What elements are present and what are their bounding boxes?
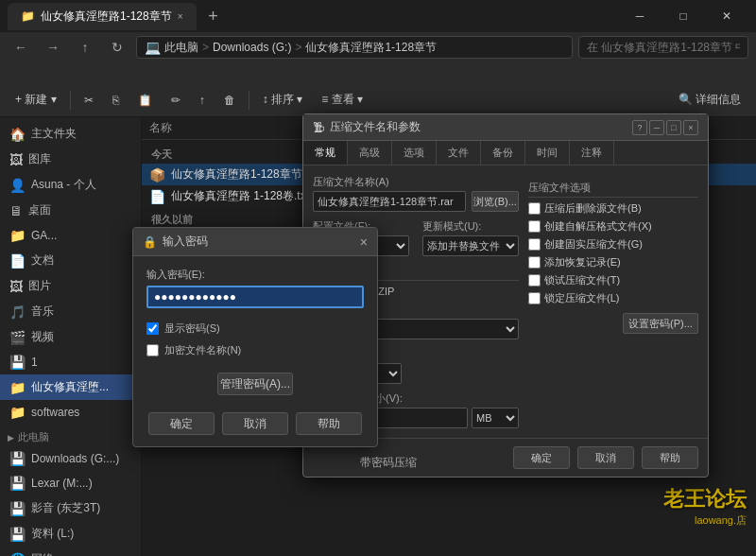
rar-help-btn[interactable]: ?: [632, 120, 647, 135]
option-recovery[interactable]: 添加恢复记录(E): [528, 255, 698, 269]
up-btn[interactable]: ↑: [72, 34, 98, 61]
sidebar-item-videos[interactable]: 🎬 视频: [0, 324, 141, 350]
desktop-icon: 🖥: [9, 203, 23, 218]
gallery-icon: 🖼: [9, 152, 23, 167]
password-input[interactable]: [146, 286, 364, 308]
tab-advanced[interactable]: 高级: [348, 141, 392, 165]
rar-title-text: 压缩文件名和参数: [330, 119, 421, 135]
sidebar-item-desktop[interactable]: 🖥 桌面: [0, 198, 141, 223]
person-icon: 👤: [9, 178, 26, 193]
rar-tabs: 常规 高级 选项 文件 备份 时间 注释: [303, 141, 708, 165]
rename-button[interactable]: ✏: [163, 90, 188, 111]
check-solid[interactable]: [528, 238, 541, 251]
option-sfx[interactable]: 创建自解压格式文件(X): [528, 219, 698, 234]
home-icon: 🏠: [9, 127, 26, 142]
toolbar: + 新建 ▾ ✂ ⎘ 📋 ✏ ↑ 🗑 ↕ 排序 ▾ ≡ 查看 ▾ 🔍 详细信息: [0, 83, 756, 117]
sidebar-item-ga[interactable]: 📁 GA...: [0, 223, 141, 248]
tab-comment[interactable]: 注释: [570, 141, 614, 165]
share-icon: ↑: [199, 94, 205, 107]
sidebar-item-home[interactable]: 🏠 主文件夹: [0, 121, 141, 147]
sidebar-item-docs[interactable]: 📄 文档: [0, 248, 141, 273]
search-input[interactable]: [578, 36, 748, 59]
address-bar: ← → ↑ ↻ 💻 此电脑 > Downloads (G:) > 仙女修真淫堕路…: [0, 32, 756, 62]
new-tab-btn[interactable]: +: [200, 3, 227, 29]
check-sfx[interactable]: [528, 220, 541, 233]
sidebar-item-personal[interactable]: 👤 Asuna - 个人: [0, 172, 141, 198]
delete-button[interactable]: 🗑: [216, 90, 243, 111]
manage-password-btn[interactable]: 管理密码(A)...: [217, 373, 293, 395]
back-btn[interactable]: ←: [8, 34, 34, 61]
tab-time[interactable]: 时间: [525, 141, 570, 165]
sidebar-item-music[interactable]: 🎵 音乐: [0, 299, 141, 324]
rar-max-btn[interactable]: □: [666, 120, 681, 135]
active-tab[interactable]: 📁 仙女修真淫堕路1-128章节 ×: [8, 3, 197, 30]
close-btn[interactable]: ✕: [705, 0, 748, 32]
softwares-icon: 📁: [9, 405, 26, 420]
share-button[interactable]: ↑: [192, 90, 213, 111]
check-test[interactable]: [528, 274, 541, 287]
tab-options[interactable]: 选项: [392, 141, 437, 165]
sidebar-item-xiannu[interactable]: 📁 仙女修真淫堕...: [0, 374, 141, 400]
tab-general[interactable]: 常规: [303, 141, 348, 165]
password-help-btn[interactable]: 帮助: [296, 412, 362, 435]
mode-select[interactable]: 添加并替换文件: [422, 235, 519, 256]
cut-button[interactable]: ✂: [77, 90, 101, 111]
option-delete-text: 压缩后删除源文件(B): [544, 201, 642, 216]
sidebar-item-ziliao[interactable]: 💾 资料 (L:): [0, 521, 141, 547]
refresh-btn[interactable]: ↻: [104, 34, 130, 61]
rar-help-footer-btn[interactable]: 帮助: [642, 446, 698, 469]
option-recovery-text: 添加恢复记录(E): [544, 255, 621, 269]
sidebar-item-lexar[interactable]: 💾 Lexar (M:...): [0, 471, 141, 495]
sidebar-item-downloads[interactable]: 💾 Downloads (G:...): [0, 446, 141, 471]
password-close-btn[interactable]: ×: [360, 235, 368, 250]
rar-close-btn[interactable]: ×: [683, 120, 698, 135]
address-path[interactable]: 💻 此电脑 > Downloads (G:) > 仙女修真淫堕路1-128章节: [136, 36, 573, 59]
sidebar-lexar-label: Lexar (M:...): [31, 477, 93, 490]
browse-btn[interactable]: 浏览(B)...: [472, 191, 519, 212]
sidebar-personal-label: Asuna - 个人: [31, 177, 96, 193]
sidebar-item-1[interactable]: 💾 1: [0, 350, 141, 374]
sidebar-item-yinyin[interactable]: 💾 影音 (东芝3T): [0, 495, 141, 521]
rar-cancel-btn[interactable]: 取消: [577, 446, 634, 469]
set-password-btn[interactable]: 设置密码(P)...: [623, 313, 698, 334]
encrypt-filename-checkbox[interactable]: [146, 344, 159, 356]
paste-button[interactable]: 📋: [130, 90, 160, 111]
password-ok-btn[interactable]: 确定: [148, 412, 215, 435]
sort-button[interactable]: ↕ 排序 ▾: [255, 88, 311, 112]
new-button[interactable]: + 新建 ▾: [8, 88, 64, 112]
option-test[interactable]: 锁试压缩文件(T): [528, 273, 698, 287]
check-delete[interactable]: [528, 202, 541, 215]
option-delete[interactable]: 压缩后删除源文件(B): [528, 201, 698, 216]
rar-ok-btn[interactable]: 确定: [513, 446, 570, 469]
tab-close-btn[interactable]: ×: [178, 11, 183, 22]
show-password-row: 显示密码(S): [146, 321, 364, 336]
tab-backup[interactable]: 备份: [481, 141, 525, 165]
filename-label: 压缩文件名称(A): [313, 175, 519, 189]
option-solid[interactable]: 创建固实压缩文件(G): [528, 237, 698, 252]
password-cancel-btn[interactable]: 取消: [222, 412, 288, 435]
copy-button[interactable]: ⎘: [105, 90, 127, 111]
minimize-btn[interactable]: ─: [618, 0, 662, 32]
filename-input[interactable]: [313, 191, 466, 212]
details-button[interactable]: 🔍 详细信息: [671, 88, 748, 112]
sidebar-item-network[interactable]: 🌐 网络: [0, 547, 141, 556]
sidebar-yinyin-label: 影音 (东芝3T): [31, 500, 100, 516]
toolbar-separator2: [249, 91, 249, 110]
tab-bar: 📁 仙女修真淫堕路1-128章节 × + ─ □ ✕: [0, 0, 756, 32]
option-lock[interactable]: 锁定压缩文件(L): [528, 291, 698, 305]
check-recovery[interactable]: [528, 256, 541, 269]
videos-icon: 🎬: [9, 330, 26, 345]
show-password-checkbox[interactable]: [146, 322, 159, 335]
check-lock[interactable]: [528, 292, 541, 304]
sidebar-item-softwares[interactable]: 📁 softwares: [0, 400, 141, 425]
forward-btn[interactable]: →: [40, 34, 66, 61]
sidebar-item-gallery[interactable]: 🖼 图库: [0, 147, 141, 172]
tab-files[interactable]: 文件: [437, 141, 481, 165]
filename-row: 浏览(B)...: [313, 191, 519, 212]
sidebar-item-pictures[interactable]: 🖼 图片: [0, 273, 141, 299]
rar-min-btn[interactable]: ─: [649, 120, 664, 135]
options-section: 压缩文件选项: [528, 181, 698, 198]
view-button[interactable]: ≡ 查看 ▾: [314, 88, 370, 112]
volume-unit-select[interactable]: MB: [472, 408, 519, 428]
maximize-btn[interactable]: □: [662, 0, 705, 32]
